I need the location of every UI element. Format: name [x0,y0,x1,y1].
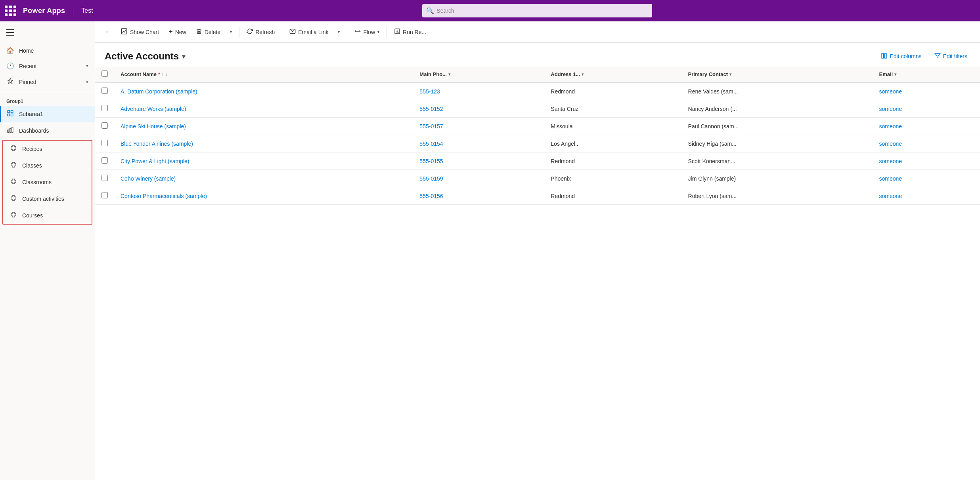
address-cell: Redmond [544,152,681,170]
svg-rect-6 [12,127,13,133]
account-name-cell[interactable]: City Power & Light (sample) [114,152,413,170]
main-phone-header: Main Pho... [419,71,447,77]
address-cell: Los Angel... [544,135,681,152]
main-phone-cell[interactable]: 555-0157 [413,118,544,135]
sidebar-item-classrooms[interactable]: Classrooms [3,174,92,190]
sidebar-item-classes[interactable]: Classes [3,157,92,174]
email-cell[interactable]: someone [873,170,980,187]
sidebar-recent-label: Recent [19,63,81,69]
search-icon: 🔍 [426,7,434,15]
address-header: Address 1... [551,71,580,77]
main-phone-cell[interactable]: 555-0159 [413,170,544,187]
accounts-table: Account Name * ↑ ↓ Main Pho... ▾ [95,67,980,205]
email-cell[interactable]: someone [873,152,980,170]
main-phone-cell[interactable]: 555-0156 [413,187,544,205]
delete-chevron-button[interactable]: ▾ [226,27,236,36]
edit-filters-label: Edit filters [943,53,967,59]
sidebar-pinned-label: Pinned [19,79,81,85]
chevron-down-icon[interactable]: ▾ [729,72,731,76]
row-checkbox-cell [95,118,114,135]
puzzle-icon [10,194,17,203]
email-cell[interactable]: someone [873,118,980,135]
account-name-cell[interactable]: Alpine Ski House (sample) [114,118,413,135]
main-phone-cell[interactable]: 555-0154 [413,135,544,152]
main-phone-cell[interactable]: 555-0155 [413,152,544,170]
account-name-cell[interactable]: Adventure Works (sample) [114,100,413,118]
run-report-button[interactable]: Run Re... [390,26,430,38]
report-icon [394,28,400,36]
flow-button[interactable]: Flow ▾ [350,26,383,38]
new-button[interactable]: + New [165,25,190,38]
refresh-label: Refresh [255,29,275,35]
main-phone-cell[interactable]: 555-0152 [413,100,544,118]
sidebar-item-dashboards[interactable]: Dashboards [0,122,95,139]
address-cell: Redmond [544,82,681,100]
email-cell[interactable]: someone [873,100,980,118]
sidebar-item-pinned[interactable]: Pinned ▾ [0,74,95,90]
sidebar-item-recipes[interactable]: Recipes [3,141,92,157]
address-cell: Missoula [544,118,681,135]
row-checkbox[interactable] [101,157,108,164]
delete-button[interactable]: Delete [192,26,224,38]
plus-icon: + [168,28,173,36]
row-checkbox[interactable] [101,192,108,198]
toolbar-divider [239,27,239,38]
show-chart-button[interactable]: Show Chart [117,25,163,39]
account-name-cell[interactable]: Blue Yonder Airlines (sample) [114,135,413,152]
recent-icon: 🕐 [6,62,14,70]
row-checkbox-cell [95,82,114,100]
sidebar-item-home[interactable]: 🏠 Home [0,43,95,58]
nav-divider [73,5,73,16]
sidebar-item-recent[interactable]: 🕐 Recent ▾ [0,58,95,74]
refresh-button[interactable]: Refresh [243,26,279,38]
sidebar-divider [0,92,95,92]
group-label: Group1 [0,94,95,106]
sidebar-courses-label: Courses [22,212,85,219]
sidebar-home-label: Home [19,48,88,54]
app-name: Test [81,7,93,14]
edit-filters-button[interactable]: Edit filters [931,51,970,62]
puzzle-icon [10,145,17,153]
back-button[interactable]: ← [101,25,115,38]
primary-contact-cell: Nancy Anderson (... [682,100,873,118]
main-phone-cell[interactable]: 555-123 [413,82,544,100]
search-input[interactable] [422,4,652,17]
app-launcher-button[interactable] [5,6,17,16]
row-checkbox-cell [95,187,114,205]
chevron-down-icon[interactable]: ▾ [894,72,896,76]
account-name-cell[interactable]: Coho Winery (sample) [114,170,413,187]
email-chevron-button[interactable]: ▾ [334,27,344,36]
edit-columns-icon [881,53,887,60]
email-cell[interactable]: someone [873,135,980,152]
row-checkbox[interactable] [101,88,108,94]
edit-columns-button[interactable]: Edit columns [878,51,924,62]
row-checkbox[interactable] [101,140,108,146]
chevron-down-icon[interactable]: ▾ [182,53,185,60]
sidebar: 🏠 Home 🕐 Recent ▾ Pinned ▾ Group1 [0,21,95,480]
sidebar-item-custom-activities[interactable]: Custom activities [3,190,92,207]
account-name-cell[interactable]: A. Datum Corporation (sample) [114,82,413,100]
primary-contact-header: Primary Contact [688,71,728,77]
hamburger-menu[interactable] [3,25,17,40]
chevron-down-icon[interactable]: ▾ [448,72,450,76]
sidebar-recipes-label: Recipes [22,146,85,152]
account-name-cell[interactable]: Contoso Pharmaceuticals (sample) [114,187,413,205]
sidebar-item-subarea1[interactable]: Subarea1 [0,106,95,122]
email-cell[interactable]: someone [873,187,980,205]
puzzle-icon [10,178,17,187]
sort-asc-icon[interactable]: ↑ [162,72,164,76]
row-checkbox[interactable] [101,105,108,111]
view-title-text: Active Accounts [105,51,179,62]
sidebar-item-courses[interactable]: Courses [3,207,92,224]
row-checkbox[interactable] [101,175,108,181]
sort-desc-icon[interactable]: ↓ [165,72,167,76]
pinned-icon [6,78,14,86]
row-checkbox[interactable] [101,122,108,129]
email-header: Email [879,71,893,77]
primary-contact-cell: Rene Valdes (sam... [682,82,873,100]
chevron-down-icon[interactable]: ▾ [582,72,584,76]
email-cell[interactable]: someone [873,82,980,100]
select-all-checkbox[interactable] [101,70,108,77]
email-link-button[interactable]: Email a Link [285,26,332,38]
main-phone-column: Main Pho... ▾ [413,67,544,82]
